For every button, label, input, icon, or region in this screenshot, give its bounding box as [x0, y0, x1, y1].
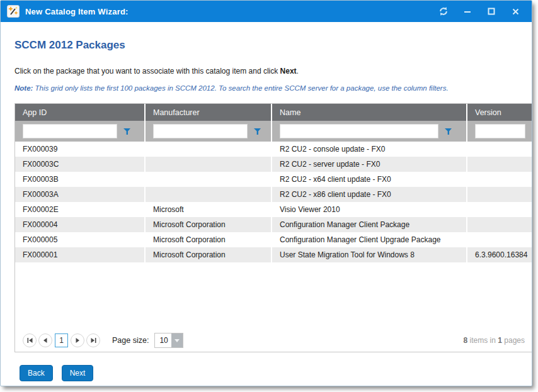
close-icon[interactable]	[508, 4, 523, 19]
note-label: Note:	[14, 84, 33, 92]
title-bar: New Catalog Item Wizard:	[1, 1, 532, 22]
cell-version	[466, 187, 532, 202]
instruction-suffix: .	[297, 67, 299, 76]
cell-app-id: FX000004	[15, 217, 144, 232]
column-header-version[interactable]: Version	[466, 104, 532, 121]
wizard-icon	[7, 5, 20, 18]
filter-cell-name	[271, 121, 466, 142]
page-size-dropdown[interactable]: 10	[154, 333, 183, 348]
app-id-filter-input[interactable]	[23, 124, 117, 138]
column-header-app-id[interactable]: App ID	[15, 104, 144, 121]
items-text: items in	[467, 336, 498, 345]
grid-header-row: App ID Manufacturer Name Version	[15, 104, 532, 121]
minimize-icon[interactable]	[460, 4, 475, 19]
filter-cell-manufacturer	[144, 121, 271, 142]
cell-app-id: FX00003C	[15, 157, 144, 172]
cell-name: Configuration Manager Client Upgrade Pac…	[271, 232, 466, 247]
packages-grid: App ID Manufacturer Name Version	[14, 103, 532, 352]
cell-name: R2 CU2 - x86 client update - FX0	[271, 187, 466, 202]
cell-manufacturer: Microsoft Corporation	[144, 247, 271, 262]
table-row[interactable]: FX00003C R2 CU2 - server update - FX0	[15, 157, 532, 172]
column-header-manufacturer[interactable]: Manufacturer	[144, 104, 271, 121]
cell-manufacturer	[144, 172, 271, 187]
name-filter-input[interactable]	[280, 124, 438, 138]
cell-version	[466, 157, 532, 172]
cell-app-id: FX00003A	[15, 187, 144, 202]
table-row[interactable]: FX00003A R2 CU2 - x86 client update - FX…	[15, 187, 532, 202]
table-row[interactable]: FX000039 R2 CU2 - console update - FX0	[15, 142, 532, 157]
instruction-prefix: Click on the package that you want to as…	[14, 67, 280, 76]
manufacturer-filter-input[interactable]	[153, 124, 248, 138]
page-size-value: 10	[155, 333, 171, 347]
grid-empty-area	[15, 262, 532, 329]
cell-manufacturer	[144, 187, 271, 202]
filter-cell-version	[466, 121, 532, 142]
grid-filter-row	[15, 121, 532, 142]
instruction-text: Click on the package that you want to as…	[14, 67, 532, 76]
cell-app-id: FX00002E	[15, 202, 144, 217]
window-controls	[436, 4, 523, 19]
cell-manufacturer: Microsoft	[144, 202, 271, 217]
cell-app-id: FX00003B	[15, 172, 144, 187]
next-page-icon[interactable]	[71, 333, 84, 347]
cell-app-id: FX000005	[15, 232, 144, 247]
cell-version	[466, 172, 532, 187]
page-title: SCCM 2012 Packages	[14, 39, 532, 52]
cell-version	[466, 232, 532, 247]
items-summary: 8 items in 1 pages	[464, 336, 525, 345]
refresh-icon[interactable]	[436, 4, 451, 19]
cell-manufacturer	[144, 157, 271, 172]
cell-version	[466, 202, 532, 217]
cell-app-id: FX000001	[15, 247, 144, 262]
next-button[interactable]: Next	[62, 365, 94, 381]
app-id-filter-icon[interactable]	[123, 128, 131, 135]
cell-manufacturer: Microsoft Corporation	[144, 217, 271, 232]
pages-count: 1	[498, 336, 502, 345]
cell-name: User State Migration Tool for Windows 8	[271, 247, 466, 262]
wizard-window: New Catalog Item Wizard:	[0, 0, 532, 386]
back-button[interactable]: Back	[20, 365, 53, 381]
chevron-down-icon	[171, 333, 183, 347]
maximize-icon[interactable]	[484, 4, 499, 19]
last-page-icon[interactable]	[86, 333, 100, 347]
grid-pager: 1 Page size: 10 8 items in 1 pages	[15, 329, 532, 352]
cell-name: R2 CU2 - server update - FX0	[271, 157, 466, 172]
wizard-navigation: Back Next	[20, 365, 532, 381]
table-row[interactable]: FX000005 Microsoft Corporation Configura…	[15, 232, 532, 247]
table-row[interactable]: FX00003B R2 CU2 - x64 client update - FX…	[15, 172, 532, 187]
current-page-number: 1	[55, 333, 68, 347]
page-size-label: Page size:	[112, 336, 149, 345]
cell-name: R2 CU2 - console update - FX0	[271, 142, 466, 157]
cell-app-id: FX000039	[15, 142, 144, 157]
version-filter-icon[interactable]	[531, 128, 532, 135]
cell-version: 6.3.9600.16384	[466, 247, 532, 262]
table-row[interactable]: FX00002E Microsoft Visio Viewer 2010	[15, 202, 532, 217]
note-text: Note: This grid only lists the first 100…	[14, 84, 532, 92]
note-body: This grid only lists the first 100 packa…	[33, 84, 448, 92]
manufacturer-filter-icon[interactable]	[253, 128, 261, 135]
cell-name: Configuration Manager Client Package	[271, 217, 466, 232]
previous-page-icon[interactable]	[38, 333, 52, 347]
name-filter-icon[interactable]	[444, 128, 452, 135]
pages-text: pages	[502, 336, 525, 345]
cell-version	[466, 142, 532, 157]
cell-manufacturer	[144, 142, 271, 157]
filter-cell-app-id	[15, 121, 144, 142]
instruction-next-word: Next	[280, 67, 297, 76]
cell-name: Visio Viewer 2010	[271, 202, 466, 217]
cell-manufacturer: Microsoft Corporation	[144, 232, 271, 247]
table-row[interactable]: FX000001 Microsoft Corporation User Stat…	[15, 247, 532, 262]
cell-version	[466, 217, 532, 232]
table-row[interactable]: FX000004 Microsoft Corporation Configura…	[15, 217, 532, 232]
column-header-name[interactable]: Name	[271, 104, 466, 121]
cell-name: R2 CU2 - x64 client update - FX0	[271, 172, 466, 187]
window-title: New Catalog Item Wizard:	[25, 7, 436, 16]
first-page-icon[interactable]	[23, 333, 37, 347]
version-filter-input[interactable]	[475, 124, 525, 138]
